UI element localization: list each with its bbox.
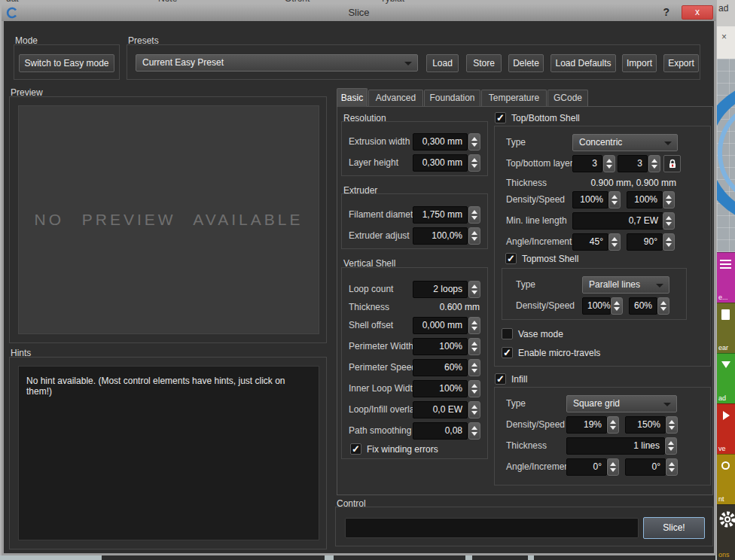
- checkmark-icon: ✓: [496, 112, 505, 123]
- infill-checkbox[interactable]: ✓: [495, 373, 506, 385]
- tbs-type-label: Type: [506, 137, 526, 148]
- bg-toolbar-button[interactable]: nt: [717, 454, 735, 504]
- infill-speed-field[interactable]: 150%: [625, 416, 666, 434]
- tab-advanced[interactable]: Advanced: [368, 90, 423, 106]
- extruder-adjust-field[interactable]: 100,0%: [413, 227, 468, 245]
- infill-density-field[interactable]: 19%: [566, 416, 607, 434]
- gear-icon: [718, 510, 735, 532]
- topmost-density-field[interactable]: 100%: [582, 297, 611, 315]
- loop-count-spinner[interactable]: [468, 281, 480, 298]
- infill-angle-spinner[interactable]: [607, 458, 619, 476]
- perimeter-speed-field[interactable]: 60%: [413, 359, 468, 376]
- infill-increment-field[interactable]: 0°: [625, 458, 666, 476]
- import-button[interactable]: Import: [622, 54, 657, 72]
- bg-text-fragment: ad: [718, 3, 728, 14]
- close-button[interactable]: x: [682, 5, 713, 20]
- tbs-density-spinner[interactable]: [608, 191, 621, 208]
- window-title: Slice: [2, 7, 716, 18]
- circle-icon: [721, 461, 730, 470]
- tab-basic[interactable]: Basic: [337, 88, 368, 107]
- bg-toolbar-button[interactable]: e...: [717, 252, 735, 303]
- filament-diameter-field[interactable]: 1,750 mm: [413, 206, 468, 224]
- lock-layers-button[interactable]: [663, 155, 681, 172]
- layer-height-spinner[interactable]: [468, 154, 480, 172]
- tbs-increment-spinner[interactable]: [663, 233, 675, 251]
- tbs-angle-increment-label: Angle/Increment: [506, 236, 572, 247]
- lock-icon: [668, 159, 677, 169]
- delete-button[interactable]: Delete: [508, 54, 544, 72]
- titlebar[interactable]: Slice ? x: [2, 4, 716, 21]
- tbs-speed-field[interactable]: 100%: [627, 191, 663, 208]
- inner-loop-width-field[interactable]: 100%: [413, 380, 468, 397]
- vase-mode-checkbox[interactable]: [502, 328, 513, 339]
- bg-toolbar-button[interactable]: ons: [717, 504, 735, 560]
- loop-infill-overlap-field[interactable]: 0,0 EW: [413, 401, 468, 418]
- extruder-adjust-spinner[interactable]: [468, 227, 480, 245]
- load-defaults-button[interactable]: Load Defaults: [550, 54, 616, 72]
- tbs-speed-spinner[interactable]: [663, 191, 675, 208]
- micro-travels-checkbox[interactable]: ✓: [502, 347, 513, 358]
- min-line-length-field[interactable]: 0,7 EW: [572, 212, 663, 230]
- filament-diameter-spinner[interactable]: [468, 206, 480, 224]
- infill-increment-spinner[interactable]: [666, 458, 678, 476]
- topmost-type-select[interactable]: Parallel lines: [582, 276, 669, 294]
- tbs-angle-spinner[interactable]: [608, 233, 621, 251]
- toolbar-button-label: ad: [718, 394, 726, 402]
- shell-offset-spinner[interactable]: [468, 317, 480, 334]
- bottom-layers-spinner[interactable]: [648, 155, 660, 172]
- top-bottom-shell-checkbox[interactable]: ✓: [495, 112, 506, 123]
- tab-gcode[interactable]: GCode: [547, 90, 588, 106]
- loop-infill-overlap-spinner[interactable]: [468, 401, 480, 418]
- switch-easy-mode-button[interactable]: Switch to Easy mode: [19, 54, 114, 72]
- infill-thickness-spinner[interactable]: [665, 437, 677, 455]
- min-line-length-spinner[interactable]: [663, 212, 675, 230]
- top-layers-field[interactable]: 3: [572, 155, 602, 172]
- no-preview-text: NO PREVIEW AVAILABLE: [35, 211, 303, 229]
- topmost-speed-field[interactable]: 60%: [629, 297, 657, 315]
- tbs-type-select[interactable]: Concentric: [572, 134, 678, 151]
- store-button[interactable]: Store: [466, 54, 502, 72]
- perimeter-width-spinner[interactable]: [468, 338, 480, 355]
- extrusion-width-field[interactable]: 0,300 mm: [413, 133, 468, 151]
- preset-select[interactable]: Current Easy Preset: [136, 54, 418, 72]
- tbs-density-field[interactable]: 100%: [572, 191, 608, 208]
- extrusion-width-spinner[interactable]: [468, 133, 480, 151]
- top-bottom-layers-label: Top/bottom layers: [506, 158, 578, 169]
- bottom-layers-field[interactable]: 3: [618, 155, 648, 172]
- tab-foundation[interactable]: Foundation: [424, 90, 480, 106]
- layer-height-field[interactable]: 0,300 mm: [413, 154, 468, 172]
- loop-count-field[interactable]: 2 loops: [413, 281, 468, 298]
- loop-infill-overlap-label: Loop/Infill overlap: [349, 404, 419, 415]
- infill-thickness-field[interactable]: 1 lines: [566, 437, 665, 455]
- infill-angle-field[interactable]: 0°: [566, 458, 607, 476]
- shell-offset-field[interactable]: 0,000 mm: [413, 317, 468, 334]
- topmost-shell-checkbox[interactable]: ✓: [505, 253, 517, 264]
- inner-loop-width-spinner[interactable]: [468, 380, 480, 397]
- export-button[interactable]: Export: [663, 54, 699, 72]
- perimeter-speed-spinner[interactable]: [468, 359, 480, 376]
- infill-density-spinner[interactable]: [607, 416, 619, 434]
- infill-speed-spinner[interactable]: [666, 416, 678, 434]
- perimeter-width-field[interactable]: 100%: [413, 338, 468, 355]
- tbs-increment-field[interactable]: 90°: [627, 233, 663, 251]
- slice-progress-bar: [345, 518, 639, 538]
- path-smoothing-label: Path smoothing: [349, 425, 411, 436]
- slice-button[interactable]: Slice!: [643, 517, 705, 539]
- tab-temperature[interactable]: Temperature: [481, 90, 547, 106]
- topmost-speed-spinner[interactable]: [657, 297, 669, 315]
- bg-toolbar-button[interactable]: ve: [717, 403, 735, 454]
- fix-winding-errors-checkbox[interactable]: ✓: [350, 443, 361, 455]
- infill-type-select[interactable]: Square grid: [566, 395, 677, 412]
- bg-toolbar-button[interactable]: ad: [717, 353, 735, 403]
- path-smoothing-field[interactable]: 0,08: [413, 422, 468, 440]
- topmost-density-spinner[interactable]: [611, 297, 623, 315]
- path-smoothing-spinner[interactable]: [468, 422, 480, 440]
- tab-close-icon[interactable]: ×: [721, 32, 727, 42]
- hints-panel: No hint available. (Most control element…: [18, 366, 319, 540]
- top-layers-spinner[interactable]: [603, 155, 615, 172]
- load-button[interactable]: Load: [426, 54, 459, 72]
- screen: dat Note Otront Tyblat ad × e... ear ad: [0, 0, 735, 560]
- tbs-angle-field[interactable]: 45°: [572, 233, 608, 251]
- help-button[interactable]: ?: [663, 6, 669, 18]
- bg-toolbar-button[interactable]: ear: [717, 303, 735, 353]
